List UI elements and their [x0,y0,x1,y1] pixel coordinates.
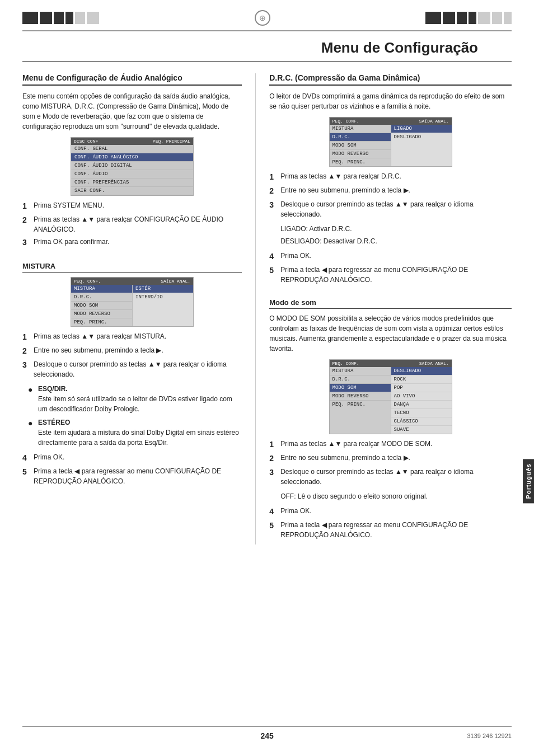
drc-step-5: 5 Prima a tecla ◀ para regressar ao menu… [269,265,512,285]
page-title: Menu de Configuração [321,39,478,56]
sound-step-1-num: 1 [269,439,277,450]
mistura-menu-screenshot: PEQ. CONF. SAÍDA ANAL. MISTURA D.R.C. MO… [71,277,194,327]
sound-sub-note: OFF: Lê o disco segundo o efeito sonoro … [269,491,512,501]
right-column: D.R.C. (Compressão da Gama Dinâmica) O l… [256,73,512,544]
mistura-step-3: 3 Desloque o cursor premindo as teclas ▲… [22,359,242,379]
mistura-row-mistura: MISTURA [71,285,132,293]
sound-step-3-text: Desloque o cursor premindo as teclas ▲▼ … [280,467,512,487]
drc-sub-note-1: LIGADO: Activar D.R.C. [269,224,512,234]
main-menu-screenshot-container: DISC CONF PEQ. PRINCIPAL CONF. GERAL CON… [22,137,242,196]
drc-step-3-text: Desloque o cursor premindo as teclas ▲▼ … [280,199,512,219]
sound-opt-classico: CLÁSSICO [391,417,452,426]
bar-seg-r7 [504,12,512,24]
sound-opt-tecno: TECNO [391,409,452,417]
sound-mode-right: DESLIGADO ROCK POP AO VIVO DANÇA TECNO C… [391,367,452,434]
drc-menu-header: PEQ. CONF. SAÍDA ANAL. [330,118,452,125]
sound-steps-list: 1 Prima as teclas ▲▼ para realçar MODO D… [269,439,512,487]
sound-step-2: 2 Entre no seu submenu, premindo a tecla… [269,453,512,464]
drc-opt-desligado: DESLIGADO [391,133,452,141]
mistura-hdr-l: PEQ. CONF. [74,279,101,284]
mistura-step-1-text: Prima as teclas ▲▼ para realçar MISTURA. [34,331,242,343]
mistura-row-modo-rev: MODO REVERSO [71,310,132,318]
bar-seg-2 [40,12,52,24]
drc-row-drc: D.R.C. [330,133,391,142]
sound-row-drc: D.R.C. [330,375,391,384]
drc-hdr-r: SAÍDA ANAL. [419,119,449,124]
mistura-step-4-text: Prima OK. [34,452,242,464]
mistura-step-5: 5 Prima a tecla ◀ para regressar ao menu… [22,466,242,486]
header-bar: ⊕ [0,0,534,26]
mistura-row-drc: D.R.C. [71,293,132,302]
mistura-menu-header: PEQ. CONF. SAÍDA ANAL. [71,278,193,285]
gap-2 [269,289,512,298]
drc-step-4-num: 4 [269,251,277,262]
drc-steps-list: 1 Prima as teclas ▲▼ para realçar D.R.C.… [269,171,512,219]
step-2-text: Prima as teclas ▲▼ para realçar CONFIGUR… [34,214,242,234]
step-3-text: Prima OK para confirmar. [34,237,242,248]
sound-step-3-num: 3 [269,467,277,487]
sound-step-5: 5 Prima a tecla ◀ para regressar ao menu… [269,520,512,540]
sound-opt-suave: SUAVE [391,426,452,434]
sound-step-1-text: Prima as teclas ▲▼ para realçar MODO DE … [280,439,512,450]
bar-seg-r5 [478,12,490,24]
sound-mode-menu: PEQ. CONF. SAÍDA ANAL. MISTURA D.R.C. MO… [329,359,452,434]
bar-seg-5 [75,12,85,24]
step-1: 1 Prima SYSTEM MENU. [22,200,242,212]
mistura-step-4-num: 4 [22,452,30,464]
left-main-heading: Menu de Configuração de Áudio Analógico [22,73,242,86]
drc-row-mistura: MISTURA [330,125,391,133]
bar-seg-4 [65,12,73,24]
drc-submenu: LIGADO DESLIGADO [391,125,452,166]
step-1-num: 1 [22,200,30,212]
sound-step-2-text: Entre no seu submenu, premindo a tecla ▶… [280,453,512,464]
drc-step-1-text: Prima as teclas ▲▼ para realçar D.R.C. [280,171,512,183]
sound-step-4: 4 Prima OK. [269,506,512,518]
sound-mode-header: PEQ. CONF. SAÍDA ANAL. [330,360,452,367]
sound-step-4-text: Prima OK. [280,506,512,518]
sound-mode-menu-container: PEQ. CONF. SAÍDA ANAL. MISTURA D.R.C. MO… [269,359,512,434]
sound-opt-ao-vivo: AO VIVO [391,392,452,401]
mistura-heading: MISTURA [22,262,242,273]
drc-step-1: 1 Prima as teclas ▲▼ para realçar D.R.C. [269,171,512,183]
bullet-estereo: ● ESTÉREOEste item ajudará a mistura do … [22,417,242,448]
drc-row-modo-rev: MODO REVERSO [330,150,391,158]
mistura-step-2-num: 2 [22,345,30,357]
doc-number: 3139 246 12921 [467,732,512,739]
mistura-step-3-num: 3 [22,359,30,379]
drc-step-2: 2 Entre no seu submenu, premindo a tecla… [269,185,512,197]
bar-left [22,12,99,24]
main-menu-header: DISC CONF PEQ. PRINCIPAL [71,138,193,145]
bar-right [425,12,512,24]
footer: 245 3139 246 12921 [0,726,534,740]
menu-row-conf-digital: CONF. ÁUDIO DIGITAL [71,162,193,170]
sound-opt-danca: DANÇA [391,401,452,409]
sound-step-5-text: Prima a tecla ◀ para regressar ao menu C… [280,520,512,540]
bar-seg-r6 [492,12,502,24]
step-2-num: 2 [22,214,30,234]
sound-row-modo-som: MODO SOM [330,384,391,392]
mistura-submenu: ESTÉR INTERD/IO [133,285,193,326]
bullet-sym-1: ● [28,384,35,414]
mistura-step-5-text: Prima a tecla ◀ para regressar ao menu C… [34,466,242,486]
menu-header-left: DISC CONF [74,139,98,144]
page-number: 245 [261,731,274,740]
drc-heading: D.R.C. (Compressão da Gama Dinâmica) [269,73,512,86]
menu-row-conf-pref: CONF. PREFERÊNCIAS [71,179,193,187]
sound-step-3: 3 Desloque o cursor premindo as teclas ▲… [269,467,512,487]
drc-step-5-text: Prima a tecla ◀ para regressar ao menu C… [280,265,512,285]
bar-seg-6 [87,12,99,24]
sound-mode-left: MISTURA D.R.C. MODO SOM MODO REVERSO PEQ… [330,367,391,434]
sound-step-4-num: 4 [269,506,277,518]
mistura-step-4: 4 Prima OK. [22,452,242,464]
step-3: 3 Prima OK para confirmar. [22,237,242,248]
mistura-menu-left: MISTURA D.R.C. MODO SOM MODO REVERSO PEQ… [71,285,133,326]
sound-row-modo-rev: MODO REVERSO [330,392,391,401]
sound-mode-body: MISTURA D.R.C. MODO SOM MODO REVERSO PEQ… [330,367,452,434]
main-content: Menu de Configuração de Áudio Analógico … [0,62,534,556]
bullet-estereo-text: ESTÉREOEste item ajudará a mistura do si… [38,417,242,448]
drc-step-3-num: 3 [269,199,277,219]
sound-hdr-l: PEQ. CONF. [332,361,359,366]
mistura-menu-body: MISTURA D.R.C. MODO SOM MODO REVERSO PEQ… [71,285,193,326]
drc-menu-left: MISTURA D.R.C. MODO SOM MODO REVERSO PEQ… [330,125,391,166]
sound-steps2-list: 4 Prima OK. 5 Prima a tecla ◀ para regre… [269,506,512,540]
